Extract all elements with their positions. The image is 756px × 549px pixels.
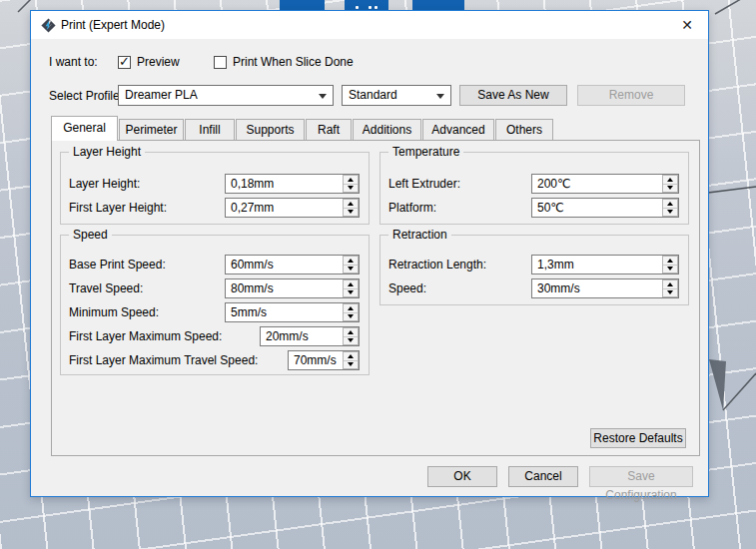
- spin-up-icon[interactable]: [344, 280, 358, 288]
- group-title: Retraction: [388, 228, 451, 242]
- left-extruder-label: Left Extruder:: [388, 174, 460, 194]
- left-extruder-spinner: [662, 175, 678, 193]
- spin-down-icon[interactable]: [344, 360, 358, 369]
- spin-down-icon[interactable]: [344, 336, 358, 345]
- base-print-speed-spinner: [343, 256, 359, 274]
- toolbar-icon-dot: [356, 6, 359, 9]
- first-layer-max-speed-spinner: [343, 327, 359, 345]
- model-corner: [709, 359, 726, 410]
- minimum-speed-spinner: [343, 303, 359, 321]
- first-layer-max-travel-speed-label: First Layer Maximum Travel Speed:: [69, 350, 258, 370]
- tab-general[interactable]: General: [51, 116, 118, 141]
- select-profile-label: Select Profile:: [49, 89, 123, 103]
- tab-others[interactable]: Others: [495, 119, 553, 140]
- print-when-slice-done-checkbox[interactable]: [214, 56, 227, 69]
- toolbar-icon-dot: [375, 6, 378, 9]
- spin-down-icon[interactable]: [663, 265, 677, 274]
- spin-up-icon[interactable]: [344, 200, 358, 208]
- ok-button[interactable]: OK: [427, 466, 497, 487]
- layer-height-spinner: [343, 175, 359, 193]
- tab-perimeter[interactable]: Perimeter: [119, 119, 184, 140]
- close-icon[interactable]: ✕: [670, 11, 704, 39]
- preview-checkbox[interactable]: ✓: [118, 56, 131, 69]
- spin-up-icon[interactable]: [663, 176, 677, 184]
- layer-height-label: Layer Height:: [69, 174, 140, 194]
- tab-supports[interactable]: Supports: [236, 119, 305, 140]
- spin-up-icon[interactable]: [663, 257, 677, 265]
- spin-up-icon[interactable]: [344, 352, 358, 360]
- spin-down-icon[interactable]: [344, 312, 358, 321]
- layer-height-input[interactable]: [225, 174, 360, 194]
- check-icon: ✓: [119, 54, 130, 69]
- profile-select[interactable]: Dreamer PLA: [118, 85, 334, 106]
- group-speed: Speed Base Print Speed: Travel Speed: Mi…: [60, 235, 370, 375]
- retraction-speed-label: Speed:: [388, 278, 426, 298]
- cancel-button[interactable]: Cancel: [508, 466, 578, 487]
- travel-speed-spinner: [343, 279, 359, 297]
- retraction-length-spinner: [662, 256, 678, 274]
- spin-up-icon[interactable]: [344, 328, 358, 336]
- spin-down-icon[interactable]: [663, 288, 677, 297]
- tab-raft[interactable]: Raft: [306, 119, 352, 140]
- retraction-length-label: Retraction Length:: [388, 255, 486, 274]
- spin-down-icon[interactable]: [344, 184, 358, 193]
- first-layer-height-label: First Layer Height:: [69, 198, 167, 218]
- tab-advanced[interactable]: Advanced: [422, 119, 494, 140]
- window-title: Print (Expert Mode): [61, 11, 165, 39]
- spin-up-icon[interactable]: [344, 304, 358, 312]
- tab-additions[interactable]: Additions: [353, 119, 421, 140]
- tab-infill[interactable]: Infill: [185, 119, 235, 140]
- spin-up-icon[interactable]: [344, 176, 358, 184]
- chevron-down-icon: [436, 94, 444, 99]
- platform-input[interactable]: [531, 198, 679, 218]
- travel-speed-label: Travel Speed:: [69, 278, 143, 298]
- minimum-speed-label: Minimum Speed:: [69, 302, 159, 322]
- profile-select-value: Dreamer PLA: [125, 86, 198, 105]
- spin-down-icon[interactable]: [344, 265, 358, 274]
- save-as-new-button[interactable]: Save As New: [459, 85, 567, 106]
- spin-up-icon[interactable]: [663, 280, 677, 288]
- remove-button[interactable]: Remove: [577, 85, 685, 106]
- group-title: Speed: [69, 228, 112, 242]
- flashprint-app-icon: [41, 18, 56, 33]
- retraction-length-input[interactable]: [531, 255, 679, 274]
- spin-up-icon[interactable]: [663, 200, 677, 208]
- left-extruder-input[interactable]: [531, 174, 679, 194]
- first-layer-max-speed-label: First Layer Maximum Speed:: [69, 326, 222, 346]
- first-layer-height-spinner: [343, 199, 359, 217]
- quality-select-value: Standard: [349, 86, 397, 105]
- group-title: Layer Height: [69, 145, 145, 159]
- spin-down-icon[interactable]: [344, 208, 358, 217]
- group-layer-height: Layer Height Layer Height: First Layer H…: [60, 152, 370, 225]
- intent-label: I want to:: [49, 55, 98, 69]
- retraction-speed-input[interactable]: [531, 278, 679, 298]
- restore-defaults-button[interactable]: Restore Defaults: [590, 428, 686, 448]
- base-print-speed-label: Base Print Speed:: [69, 255, 166, 274]
- minimum-speed-input[interactable]: [225, 302, 360, 322]
- travel-speed-input[interactable]: [225, 278, 360, 298]
- quality-select[interactable]: Standard: [342, 85, 451, 106]
- spin-down-icon[interactable]: [663, 184, 677, 193]
- spin-down-icon[interactable]: [344, 288, 358, 297]
- tab-page-general: Layer Height Layer Height: First Layer H…: [51, 140, 700, 456]
- group-title: Temperature: [388, 145, 463, 159]
- first-layer-height-input[interactable]: [225, 198, 360, 218]
- save-configuration-button[interactable]: Save Configuration: [589, 466, 693, 487]
- spin-down-icon[interactable]: [663, 208, 677, 217]
- base-print-speed-input[interactable]: [225, 255, 360, 274]
- print-expert-mode-dialog: Print (Expert Mode) ✕ I want to: ✓ Previ…: [30, 10, 709, 497]
- group-temperature: Temperature Left Extruder: Platform:: [379, 152, 689, 225]
- chevron-down-icon: [319, 94, 327, 99]
- dialog-titlebar: Print (Expert Mode) ✕: [31, 11, 708, 39]
- retraction-speed-spinner: [662, 279, 678, 297]
- preview-checkbox-label[interactable]: Preview: [137, 55, 180, 69]
- spin-up-icon[interactable]: [344, 257, 358, 265]
- platform-label: Platform:: [388, 198, 436, 218]
- first-layer-max-travel-speed-spinner: [343, 351, 359, 369]
- print-when-slice-done-label[interactable]: Print When Slice Done: [233, 55, 354, 69]
- platform-spinner: [662, 199, 678, 217]
- group-retraction: Retraction Retraction Length: Speed:: [379, 235, 689, 305]
- toolbar-icon-dot: [369, 6, 372, 9]
